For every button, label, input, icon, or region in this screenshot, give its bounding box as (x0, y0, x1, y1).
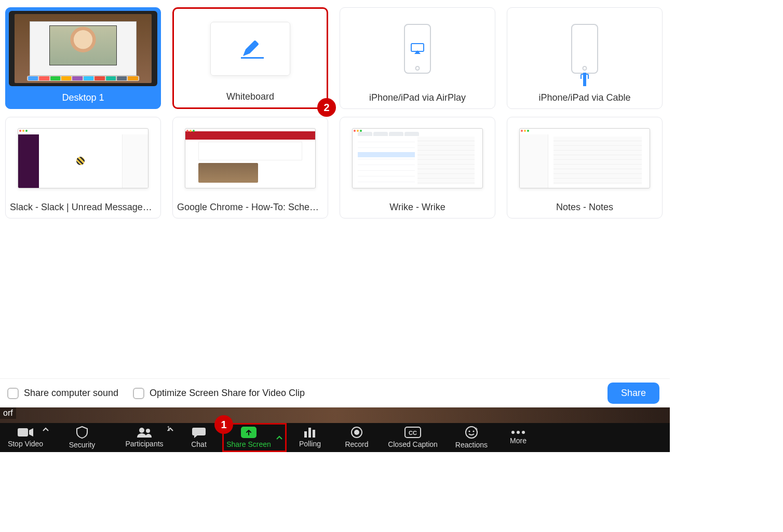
airplay-icon (410, 43, 425, 55)
annotation-badge-2: 2 (317, 98, 336, 117)
svg-point-16 (522, 431, 525, 434)
svg-rect-1 (18, 428, 28, 436)
thumbnail-slack (9, 120, 157, 196)
svg-point-15 (517, 431, 520, 434)
checkbox-box (133, 388, 144, 399)
share-button[interactable]: Share (608, 383, 659, 404)
svg-point-12 (468, 430, 470, 432)
share-option-label: Slack - Slack | Unread Messages |... (6, 199, 160, 218)
record-button[interactable]: Record (333, 423, 380, 452)
share-option-label: Wrike - Wrike (340, 199, 495, 218)
checkbox-optimize-video-clip[interactable]: Optimize Screen Share for Video Clip (133, 388, 305, 399)
thumbnail-notes (510, 120, 659, 196)
share-option-label: Notes - Notes (507, 199, 662, 218)
checkbox-box (7, 388, 19, 399)
share-option-chrome[interactable]: Google Chrome - How-To: Schedul... (172, 117, 328, 219)
record-icon (351, 427, 362, 438)
ellipsis-icon (511, 430, 525, 434)
participants-button[interactable]: Participants 1 (113, 423, 176, 452)
smiley-icon: + (465, 426, 478, 439)
meeting-video-background (0, 407, 670, 423)
checkbox-share-computer-sound[interactable]: Share computer sound (7, 388, 118, 399)
participant-name-overlay: orf (0, 407, 16, 419)
closed-caption-button[interactable]: CC Closed Caption (380, 423, 446, 452)
people-icon (137, 427, 152, 438)
checkbox-label: Share computer sound (24, 388, 118, 399)
svg-point-8 (354, 430, 359, 435)
document-margin (670, 0, 783, 532)
svg-point-2 (139, 428, 144, 433)
svg-rect-0 (411, 44, 424, 51)
share-option-whiteboard[interactable]: Whiteboard 2 (172, 7, 328, 109)
share-screen-picker: Desktop 1 Whiteboard 2 (0, 0, 670, 407)
thumbnail-wrike (343, 120, 492, 196)
share-option-label: iPhone/iPad via Cable (507, 89, 662, 108)
thumbnail-cable (510, 11, 659, 86)
meeting-control-bar: Stop Video Security Participants 1 (0, 423, 670, 452)
checkbox-label: Optimize Screen Share for Video Clip (150, 388, 305, 399)
share-option-slack[interactable]: Slack - Slack | Unread Messages |... (5, 117, 161, 219)
thumbnail-desktop (9, 11, 157, 86)
video-camera-icon (18, 427, 33, 438)
thumbnail-whiteboard (177, 12, 323, 85)
cc-icon: CC (404, 427, 421, 438)
security-button[interactable]: Security (51, 423, 113, 452)
more-button[interactable]: More (497, 423, 539, 452)
share-option-desktop-1[interactable]: Desktop 1 (5, 7, 161, 109)
cable-icon (583, 73, 586, 87)
speech-bubble-icon (192, 427, 206, 438)
svg-rect-5 (308, 428, 311, 438)
svg-point-14 (511, 431, 515, 434)
share-option-label: Google Chrome - How-To: Schedul... (173, 199, 328, 218)
thumbnail-chrome (176, 120, 325, 196)
share-screen-segment: 1 Share Screen (222, 423, 287, 452)
svg-point-13 (473, 430, 474, 432)
share-screen-icon (241, 427, 256, 438)
polling-button[interactable]: Polling (287, 423, 333, 452)
share-option-wrike[interactable]: Wrike - Wrike (340, 117, 495, 219)
share-option-notes[interactable]: Notes - Notes (507, 117, 663, 219)
pencil-icon (240, 38, 261, 59)
svg-point-3 (146, 429, 150, 433)
annotation-badge-1: 1 (214, 415, 233, 434)
svg-rect-4 (304, 431, 307, 438)
svg-rect-6 (313, 430, 315, 438)
svg-text:CC: CC (409, 430, 417, 436)
share-option-airplay[interactable]: iPhone/iPad via AirPlay (340, 7, 495, 109)
share-option-cable[interactable]: iPhone/iPad via Cable (507, 7, 663, 109)
share-option-label: Desktop 1 (6, 89, 160, 108)
plus-icon: + (475, 426, 478, 432)
bar-chart-icon (304, 427, 316, 438)
shield-icon (76, 426, 88, 439)
share-option-label: iPhone/iPad via AirPlay (340, 89, 495, 108)
share-screen-options-button[interactable] (274, 425, 285, 451)
stop-video-button[interactable]: Stop Video (0, 423, 51, 452)
chevron-up-icon[interactable] (43, 427, 49, 431)
chevron-up-icon[interactable] (167, 427, 173, 431)
thumbnail-airplay (343, 11, 492, 86)
reactions-button[interactable]: + Reactions (446, 423, 497, 452)
share-panel-footer: Share computer sound Optimize Screen Sha… (0, 378, 670, 407)
share-option-label: Whiteboard (174, 88, 327, 107)
